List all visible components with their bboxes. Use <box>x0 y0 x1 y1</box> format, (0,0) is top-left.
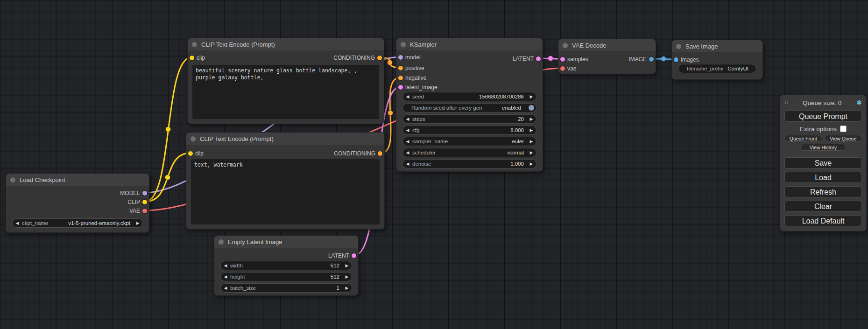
image-port-dot[interactable] <box>649 57 654 62</box>
next-arrow-icon[interactable]: ▶ <box>133 219 142 227</box>
port-clip-input[interactable]: clip <box>188 54 205 62</box>
latent-port-dot[interactable] <box>560 57 565 62</box>
prev-arrow-icon[interactable]: ◀ <box>403 160 412 168</box>
node-canvas[interactable]: Load Checkpoint MODEL CLIP VAE ◀ ckpt_na… <box>0 0 868 329</box>
next-arrow-icon[interactable]: ▶ <box>527 137 536 146</box>
port-latent-output[interactable]: LATENT <box>328 252 358 260</box>
clip-port-dot[interactable] <box>188 151 193 156</box>
node-clip-text-encode-negative[interactable]: CLIP Text Encode (Prompt) clip CONDITION… <box>186 132 385 230</box>
next-arrow-icon[interactable]: ▶ <box>527 115 536 123</box>
conditioning-port-dot[interactable] <box>398 66 403 70</box>
queue-front-button[interactable]: Queue Front <box>784 135 822 142</box>
cfg-widget[interactable]: ◀ cfg 8.000 ▶ <box>402 126 536 135</box>
collapse-dot-icon[interactable] <box>10 177 15 182</box>
seed-widget[interactable]: ◀ seed 156680208700286 ▶ <box>402 92 536 101</box>
negative-prompt-textarea[interactable]: text, watermark <box>191 159 380 224</box>
vae-port-dot[interactable] <box>142 209 147 213</box>
collapse-dot-icon[interactable] <box>219 239 224 245</box>
node-ksampler[interactable]: KSampler model positive negative latent_… <box>396 38 543 172</box>
node-title-bar[interactable]: CLIP Text Encode (Prompt) <box>188 38 384 50</box>
queue-panel[interactable]: ⠿ Queue size: 0 ✱ Queue Prompt Extra opt… <box>780 95 867 231</box>
node-title-bar[interactable]: Empty Latent Image <box>214 236 358 248</box>
refresh-button[interactable]: Refresh <box>784 186 862 197</box>
port-vae-input[interactable]: vae <box>558 64 576 73</box>
prev-arrow-icon[interactable]: ◀ <box>221 284 230 292</box>
latent-port-dot[interactable] <box>352 253 356 258</box>
settings-gear-icon[interactable]: ✱ <box>856 99 862 106</box>
collapse-dot-icon[interactable] <box>401 42 406 47</box>
node-title-bar[interactable]: CLIP Text Encode (Prompt) <box>186 133 384 145</box>
collapse-dot-icon[interactable] <box>676 44 681 49</box>
next-arrow-icon[interactable]: ▶ <box>527 160 536 168</box>
latent-port-dot[interactable] <box>536 56 541 61</box>
sampler-name-widget[interactable]: ◀ sampler_name euler ▶ <box>402 137 536 146</box>
queue-prompt-button[interactable]: Queue Prompt <box>784 110 862 122</box>
vae-port-dot[interactable] <box>560 66 565 71</box>
drag-handle-icon[interactable]: ⠿ <box>784 100 788 106</box>
collapse-dot-icon[interactable] <box>563 43 568 48</box>
node-title-bar[interactable]: Load Checkpoint <box>6 174 149 186</box>
port-conditioning-output[interactable]: CONDITIONING <box>334 149 384 158</box>
clip-port-dot[interactable] <box>190 56 194 60</box>
node-clip-text-encode-positive[interactable]: CLIP Text Encode (Prompt) clip CONDITION… <box>187 38 384 124</box>
node-title-bar[interactable]: KSampler <box>396 38 543 50</box>
prev-arrow-icon[interactable]: ◀ <box>403 137 412 146</box>
collapse-dot-icon[interactable] <box>192 42 197 47</box>
conditioning-port-dot[interactable] <box>398 76 403 80</box>
height-widget[interactable]: ◀ height 512 ▶ <box>220 272 352 281</box>
latent-port-dot[interactable] <box>398 85 403 90</box>
port-vae-output[interactable]: VAE <box>129 207 149 215</box>
port-clip-output[interactable]: CLIP <box>127 198 149 206</box>
port-image-output[interactable]: IMAGE <box>628 55 656 63</box>
view-queue-button[interactable]: View Queue <box>825 135 862 142</box>
next-arrow-icon[interactable]: ▶ <box>342 284 352 292</box>
save-button[interactable]: Save <box>784 157 862 168</box>
extra-options-checkbox[interactable] <box>840 126 847 132</box>
port-latent-output[interactable]: LATENT <box>513 55 543 63</box>
width-widget[interactable]: ◀ width 512 ▶ <box>220 261 352 270</box>
node-title-bar[interactable]: Save Image <box>672 40 762 52</box>
batch-size-widget[interactable]: ◀ batch_size 1 ▶ <box>220 283 352 293</box>
view-history-button[interactable]: View History <box>800 144 846 151</box>
node-load-checkpoint[interactable]: Load Checkpoint MODEL CLIP VAE ◀ ckpt_na… <box>6 173 149 233</box>
toggle-dot[interactable] <box>529 105 534 111</box>
clear-button[interactable]: Clear <box>784 201 862 212</box>
load-default-button[interactable]: Load Default <box>784 215 862 226</box>
model-port-dot[interactable] <box>398 55 403 60</box>
load-button[interactable]: Load <box>784 172 862 183</box>
conditioning-port-dot[interactable] <box>377 56 382 60</box>
next-arrow-icon[interactable]: ▶ <box>527 126 536 134</box>
image-port-dot[interactable] <box>674 57 678 62</box>
node-save-image[interactable]: Save Image images filename_prefix ComfyU… <box>671 40 763 80</box>
scheduler-widget[interactable]: ◀ scheduler normal ▶ <box>402 148 536 157</box>
port-latent-image-input[interactable]: latent_image <box>396 83 438 91</box>
next-arrow-icon[interactable]: ▶ <box>527 148 536 157</box>
node-empty-latent-image[interactable]: Empty Latent Image LATENT ◀ width 512 ▶ … <box>214 235 359 296</box>
prev-arrow-icon[interactable]: ◀ <box>221 261 230 270</box>
ckpt-name-widget[interactable]: ◀ ckpt_name v1-5-pruned-emaonly.ckpt ▶ <box>12 218 143 228</box>
port-model-input[interactable]: model <box>396 53 421 62</box>
random-seed-toggle-widget[interactable]: Random seed after every gen enabled <box>402 103 536 112</box>
prev-arrow-icon[interactable]: ◀ <box>403 126 412 134</box>
next-arrow-icon[interactable]: ▶ <box>527 92 536 101</box>
prev-arrow-icon[interactable]: ◀ <box>403 115 412 123</box>
prev-arrow-icon[interactable]: ◀ <box>403 148 412 157</box>
positive-prompt-textarea[interactable]: beautiful scenery nature glass bottle la… <box>192 65 379 119</box>
port-samples-input[interactable]: samples <box>558 55 588 63</box>
port-clip-input[interactable]: clip <box>186 149 204 158</box>
clip-port-dot[interactable] <box>142 200 147 204</box>
prev-arrow-icon[interactable]: ◀ <box>403 92 412 101</box>
port-negative-input[interactable]: negative <box>396 74 426 82</box>
port-images-input[interactable]: images <box>672 56 699 64</box>
conditioning-port-dot[interactable] <box>378 151 382 156</box>
collapse-dot-icon[interactable] <box>191 136 196 141</box>
node-title-bar[interactable]: VAE Decode <box>558 39 656 51</box>
filename-prefix-widget[interactable]: filename_prefix ComfyUI <box>678 64 756 73</box>
prev-arrow-icon[interactable]: ◀ <box>221 273 230 281</box>
next-arrow-icon[interactable]: ▶ <box>342 273 352 281</box>
steps-widget[interactable]: ◀ steps 20 ▶ <box>402 114 536 124</box>
model-port-dot[interactable] <box>142 191 147 196</box>
prev-arrow-icon[interactable]: ◀ <box>13 219 22 227</box>
denoise-widget[interactable]: ◀ denoise 1.000 ▶ <box>402 159 536 168</box>
node-vae-decode[interactable]: VAE Decode samples vae IMAGE <box>558 39 656 74</box>
